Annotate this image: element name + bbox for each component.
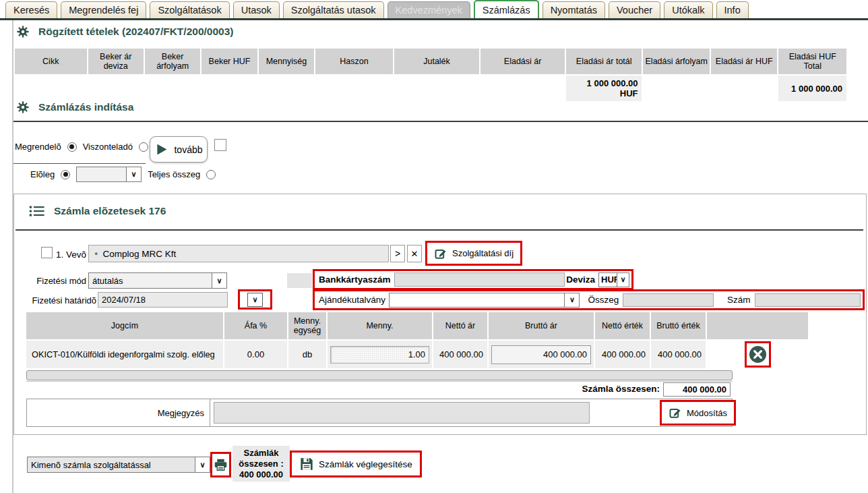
gift-voucher-label: Ajándékutalvány: [319, 295, 385, 305]
number-label: Szám: [727, 295, 751, 305]
printer-icon: [214, 458, 228, 472]
deadline-dropdown-highlight: ∨: [238, 289, 272, 310]
customer-open-button[interactable]: >: [390, 245, 405, 262]
column-header: Eladási ár totál: [566, 49, 642, 74]
modify-label: Módosítás: [687, 408, 727, 418]
customer-field[interactable]: ● Complog MRC Kft: [88, 245, 389, 262]
finalize-invoices-label: Számlák véglegesítése: [319, 459, 412, 469]
bankcard-input[interactable]: [394, 272, 565, 287]
start-invoicing-header: Számlázás indítása: [16, 100, 133, 114]
deadline-calendar-dropdown[interactable]: ∨: [247, 293, 263, 307]
totals-row: 1 000 000.00 HUF 1 000 000.00: [15, 76, 846, 101]
column-header: Haszon: [315, 49, 393, 74]
gear-icon: [16, 25, 30, 38]
note-label: Megjegyzés: [27, 399, 210, 426]
customer-checkbox[interactable]: [41, 247, 53, 258]
payment-method-value: átutalás: [89, 273, 212, 288]
tab-utokalk[interactable]: Utókalk: [664, 1, 712, 18]
payment-method-select[interactable]: átutalás ∨: [88, 272, 227, 289]
invoices-total-line: 400 000.00: [239, 469, 283, 480]
invoice-total-value: 400 000.00: [663, 382, 731, 397]
close-x-icon: ✕: [411, 249, 418, 259]
gift-voucher-select[interactable]: ∨: [389, 293, 580, 308]
viszontelado-radio[interactable]: [139, 142, 148, 152]
megrendelo-radio[interactable]: [67, 142, 77, 152]
teljes-osszeg-label: Teljes összeg: [148, 169, 200, 179]
payment-deadline-input[interactable]: 2024/07/18: [98, 292, 228, 308]
tab-megrendeles-fej[interactable]: Megrendelés fej: [61, 1, 146, 18]
tab-voucher[interactable]: Voucher: [609, 1, 660, 18]
invoice-items-table: Jogcím Áfa % Menny. egység Menny. Nettó …: [25, 311, 809, 370]
tab-szolgaltatas-utasok[interactable]: Szolgáltatás utasok: [283, 1, 384, 18]
start-invoicing-title: Számlázás indítása: [38, 101, 133, 113]
teljes-osszeg-radio[interactable]: [206, 170, 216, 179]
dropdown-arrow-icon[interactable]: ∨: [212, 273, 226, 288]
delete-item-highlight: [745, 341, 771, 368]
column-header: Menny. egység: [288, 312, 326, 339]
tab-szolgaltatasok[interactable]: Szolgáltatások: [150, 1, 229, 18]
chevron-right-icon: >: [395, 248, 400, 259]
item-quantity-input[interactable]: 1.00: [330, 346, 429, 364]
dropdown-arrow-icon[interactable]: ∨: [126, 167, 141, 181]
service-fee-button[interactable]: Szolgáltatási díj: [425, 241, 522, 266]
note-input[interactable]: [214, 402, 590, 424]
item-gross-price-input[interactable]: 400 000.00: [491, 345, 591, 364]
eloleg-radio[interactable]: [61, 170, 70, 179]
column-header: Bruttó érték: [651, 312, 706, 339]
column-header: Eladási árfolyam: [643, 49, 709, 74]
play-icon: [154, 142, 168, 156]
delete-item-button[interactable]: [749, 345, 767, 364]
tovabb-button[interactable]: tovább: [150, 136, 208, 163]
column-header: Áfa %: [224, 312, 287, 339]
column-header: Jutalék: [394, 49, 480, 74]
eladasi-ar-total-value: 1 000 000.00 HUF: [566, 76, 642, 101]
column-header: Eladási HUF Total: [778, 49, 846, 74]
horizontal-scrollbar[interactable]: [26, 370, 733, 380]
print-button[interactable]: [210, 452, 231, 477]
dropdown-arrow-icon[interactable]: ∨: [195, 457, 210, 472]
customer-label: 1. Vevõ: [56, 250, 86, 260]
column-header: Eladási ár: [480, 49, 565, 74]
customer-clear-button[interactable]: ✕: [407, 245, 422, 262]
small-gray-field: [287, 273, 312, 288]
invoices-total-line: Számlák: [243, 448, 278, 459]
gift-voucher-row-highlight: Ajándékutalvány ∨ Összeg Szám: [313, 289, 865, 310]
tovabb-label: tovább: [174, 144, 202, 155]
total-row-divider: [26, 381, 733, 382]
invoice-previews-header: Számla elõzetesek 176: [29, 204, 166, 218]
note-row: Megjegyzés: [26, 399, 733, 427]
currency-label: Deviza: [566, 274, 595, 285]
recorded-items-header: Rögzített tételek (202407/FKT/200/0003): [16, 25, 233, 38]
column-header: Nettó érték: [595, 312, 650, 339]
tab-utasok[interactable]: Utasok: [233, 1, 280, 18]
column-header: Beker ár deviza: [88, 49, 144, 74]
invoices-total-line: összesen :: [239, 459, 283, 469]
tab-info[interactable]: Info: [716, 1, 749, 18]
invoice-preview-panel: Számla elõzetesek 176 1. Vevõ ● Complog …: [13, 194, 867, 435]
column-header: [707, 312, 808, 339]
invoice-item-row: OKICT-010/Külföldi idegenforgalmi szolg.…: [26, 341, 808, 368]
currency-select[interactable]: HUF ∨: [598, 272, 629, 287]
invoice-type-select[interactable]: Kimenõ számla szolgáltatással ∨: [27, 457, 210, 473]
dropdown-arrow-icon[interactable]: ∨: [248, 293, 262, 306]
number-input[interactable]: [755, 293, 861, 307]
tab-nyomtatas[interactable]: Nyomtatás: [542, 1, 605, 18]
invoice-total-label: Számla összesen:: [418, 384, 660, 394]
modify-button[interactable]: Módosítás: [660, 400, 736, 426]
tab-kereses[interactable]: Keresés: [5, 1, 57, 18]
list-icon: [29, 204, 45, 218]
dropdown-arrow-icon[interactable]: ∨: [564, 293, 579, 307]
eloleg-label: Elõleg: [30, 169, 55, 179]
advance-radio-group: Elõleg ∨ Teljes összeg: [30, 167, 216, 182]
bullet-icon: ●: [94, 250, 98, 257]
column-header: Bruttó ár: [489, 312, 594, 339]
finalize-invoices-button[interactable]: Számlák véglegesítése: [290, 451, 422, 477]
dropdown-arrow-icon[interactable]: ∨: [617, 273, 629, 287]
column-header: Menny.: [328, 312, 432, 339]
tab-szamlazas[interactable]: Számlázás: [474, 0, 539, 18]
currency-value: HUF: [599, 273, 617, 287]
amount-input[interactable]: [623, 293, 714, 307]
eloleg-select[interactable]: ∨: [76, 167, 142, 182]
invoicing-page: Keresés Megrendelés fej Szolgáltatások U…: [0, 0, 868, 493]
tovabb-checkbox[interactable]: [214, 139, 226, 151]
